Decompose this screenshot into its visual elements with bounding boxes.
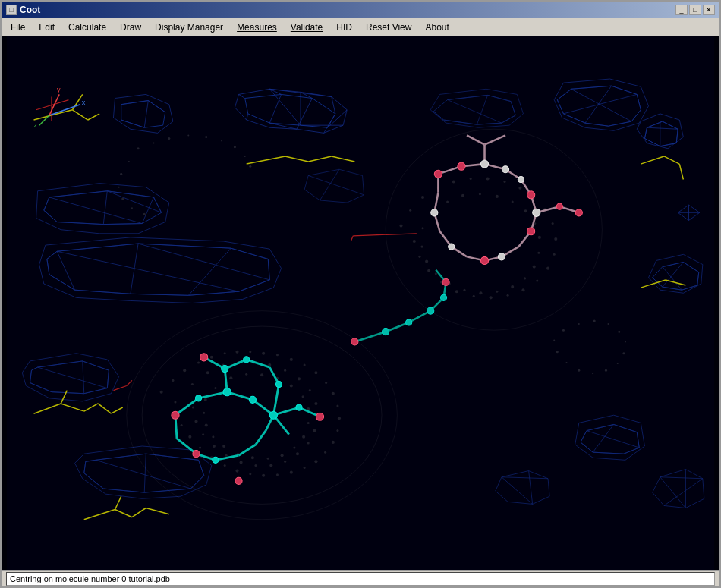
svg-point-275 — [552, 222, 554, 225]
svg-point-212 — [235, 470, 238, 473]
menu-validate[interactable]: Validate — [285, 20, 329, 34]
svg-point-299 — [537, 252, 540, 254]
svg-point-258 — [222, 445, 225, 448]
main-window: □ Coot _ □ ✕ File Edit Calculate Draw Di… — [0, 0, 721, 588]
svg-point-418 — [556, 351, 559, 353]
svg-point-386 — [406, 319, 412, 325]
svg-point-231 — [313, 429, 316, 432]
svg-point-409 — [608, 323, 609, 325]
svg-point-215 — [199, 446, 201, 448]
svg-point-331 — [249, 396, 256, 403]
svg-point-292 — [461, 194, 464, 197]
svg-point-242 — [192, 407, 194, 409]
maximize-button[interactable]: □ — [689, 5, 701, 15]
svg-point-399 — [249, 165, 251, 168]
svg-point-301 — [524, 277, 526, 279]
svg-point-220 — [191, 383, 194, 385]
svg-point-403 — [121, 197, 124, 200]
svg-point-228 — [309, 389, 311, 391]
svg-point-401 — [120, 173, 122, 175]
svg-point-209 — [276, 473, 279, 476]
svg-point-276 — [554, 237, 557, 241]
svg-point-343 — [235, 477, 242, 484]
svg-point-280 — [521, 288, 524, 291]
svg-point-302 — [511, 285, 514, 288]
svg-point-397 — [234, 146, 236, 148]
svg-point-396 — [221, 140, 222, 142]
svg-point-374 — [527, 228, 535, 235]
svg-point-281 — [507, 294, 509, 297]
svg-point-234 — [284, 461, 286, 463]
svg-point-377 — [556, 203, 562, 209]
svg-point-387 — [427, 307, 434, 314]
svg-point-255 — [267, 458, 269, 460]
menu-file[interactable]: File — [5, 20, 31, 34]
svg-point-411 — [625, 341, 626, 342]
svg-point-341 — [316, 413, 323, 420]
svg-point-376 — [434, 170, 442, 178]
svg-point-303 — [496, 291, 498, 293]
svg-point-243 — [214, 387, 216, 389]
menu-about[interactable]: About — [419, 20, 455, 34]
svg-point-253 — [293, 446, 295, 448]
menu-display-manager[interactable]: Display Manager — [149, 20, 229, 34]
svg-point-189 — [197, 361, 200, 363]
svg-point-186 — [160, 391, 163, 394]
svg-point-288 — [413, 240, 416, 243]
svg-point-337 — [275, 381, 282, 387]
svg-point-378 — [575, 209, 582, 216]
svg-point-229 — [314, 402, 317, 405]
menu-measures[interactable]: Measures — [231, 20, 283, 34]
svg-point-413 — [617, 363, 619, 364]
menu-hid[interactable]: HID — [330, 20, 358, 34]
menu-draw[interactable]: Draw — [114, 20, 147, 34]
minimize-button[interactable]: _ — [675, 5, 688, 15]
svg-point-262 — [204, 398, 207, 401]
menu-calculate[interactable]: Calculate — [62, 20, 112, 34]
svg-point-369 — [498, 253, 505, 260]
svg-point-213 — [224, 464, 226, 467]
svg-point-249 — [302, 395, 304, 398]
svg-point-289 — [421, 227, 423, 229]
svg-point-392 — [153, 143, 154, 144]
svg-point-284 — [455, 290, 458, 293]
svg-text:z: z — [34, 121, 38, 129]
svg-point-238 — [225, 454, 228, 457]
svg-point-251 — [307, 422, 310, 424]
svg-point-402 — [118, 187, 120, 188]
svg-point-400 — [128, 161, 130, 162]
svg-point-188 — [183, 369, 186, 372]
svg-point-296 — [524, 209, 527, 212]
svg-point-407 — [578, 323, 580, 325]
svg-point-207 — [304, 467, 306, 469]
svg-point-221 — [206, 371, 209, 374]
svg-point-260 — [205, 423, 208, 426]
svg-point-187 — [172, 379, 174, 382]
svg-point-340 — [172, 411, 179, 419]
svg-point-305 — [464, 289, 466, 291]
svg-point-307 — [435, 272, 437, 275]
svg-point-241 — [194, 420, 197, 423]
svg-point-265 — [409, 209, 411, 212]
menu-edit[interactable]: Edit — [33, 20, 61, 34]
svg-point-246 — [260, 373, 263, 376]
svg-point-286 — [427, 269, 430, 272]
svg-point-204 — [332, 441, 335, 444]
svg-point-196 — [290, 358, 293, 361]
svg-point-268 — [452, 181, 455, 184]
svg-point-372 — [458, 162, 465, 170]
molecular-scene: x y z — [2, 36, 719, 570]
svg-point-373 — [527, 191, 535, 199]
svg-point-233 — [296, 452, 299, 455]
svg-point-197 — [304, 363, 306, 366]
svg-point-336 — [296, 404, 302, 410]
menubar: File Edit Calculate Draw Display Manager… — [2, 18, 719, 36]
svg-point-332 — [269, 411, 277, 419]
close-button[interactable]: ✕ — [703, 5, 715, 15]
svg-point-278 — [546, 267, 549, 270]
menu-reset-view[interactable]: Reset View — [360, 20, 417, 34]
titlebar: □ Coot _ □ ✕ — [2, 2, 719, 18]
viewport[interactable]: x y z — [2, 36, 719, 570]
svg-point-232 — [307, 442, 310, 444]
svg-point-201 — [336, 404, 338, 407]
